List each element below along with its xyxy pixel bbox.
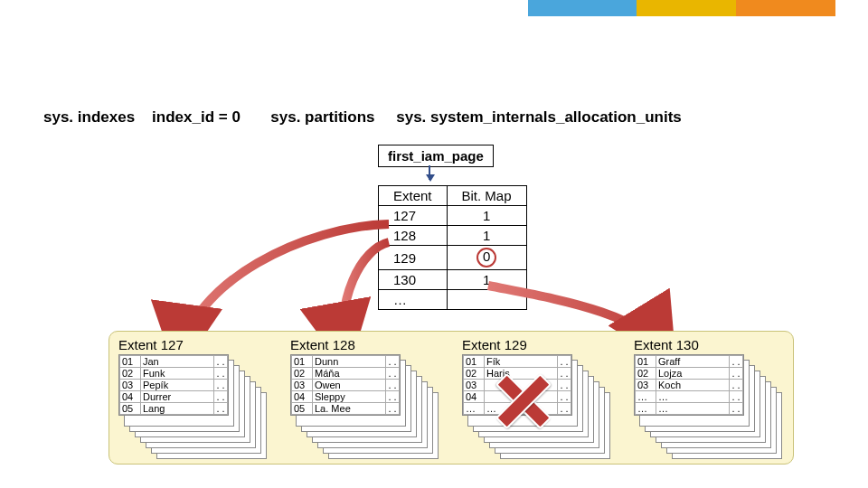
page-cell: . . (214, 368, 228, 380)
page-cell: 03 (120, 380, 141, 391)
page-cell: 02 (464, 368, 485, 380)
page-cell: . . (214, 356, 228, 368)
page-sheet-front: 01Graff. .02Lojza. .03Koch. .……. .……. . (634, 354, 744, 416)
extent-label: Extent 130 (634, 337, 778, 352)
page-cell: . . (386, 356, 400, 368)
page-cell: Fík (485, 356, 558, 368)
page-cell: … (636, 403, 656, 415)
page-cell: … (464, 403, 485, 415)
page-cell: . . (214, 403, 228, 415)
extent-group-130: Extent 13001Graff. .02Lojza. .03Koch. .…… (634, 337, 778, 454)
iam-arrow-down-icon (429, 165, 430, 180)
page-cell: 03 (636, 380, 656, 391)
iam-bit-cell: 1 (447, 226, 526, 246)
heading-row: sys. indexes index_id = 0 sys. partition… (43, 108, 682, 127)
page-cell: . . (730, 403, 743, 415)
page-cell: 01 (464, 356, 485, 368)
page-cell: Koch (656, 380, 730, 391)
page-sheet-front: 01Fík. .02Haris. .03. .04. .……. . (462, 354, 572, 416)
page-cell: 01 (120, 356, 141, 368)
page-cell: . . (730, 356, 743, 368)
page-cell: . . (386, 403, 400, 415)
first-iam-page-label: first_iam_page (388, 148, 484, 164)
iam-bit-cell: 0 (447, 246, 526, 270)
iam-extent-cell: 130 (379, 270, 448, 290)
page-cell: . . (730, 391, 743, 403)
page-cell: Owen (313, 380, 386, 391)
iam-table: Extent Bit. Map 1271128112901301 … (378, 185, 527, 310)
page-cell: . . (214, 391, 228, 403)
iam-bit-cell: 1 (447, 206, 526, 226)
page-cell: 04 (120, 391, 141, 403)
page-cell: 02 (292, 368, 313, 380)
page-cell: . . (558, 368, 571, 380)
page-cell: . . (730, 380, 743, 391)
page-cell (485, 391, 558, 403)
page-sheet-front: 01Dunn. .02Máňa. .03Owen. .04Sleppy. .05… (290, 354, 401, 416)
extent-panel: Extent 12701Jan. .02Funk. .03Pepík. .04D… (108, 331, 794, 465)
extent-label: Extent 127 (118, 337, 263, 352)
page-cell: Lang (141, 403, 214, 415)
page-cell: 05 (292, 403, 313, 415)
extent-group-128: Extent 12801Dunn. .02Máňa. .03Owen. .04S… (290, 337, 435, 454)
page-cell: 04 (292, 391, 313, 403)
txt-index-id: index_id = 0 (152, 108, 241, 126)
txt-sys-alloc: sys. system_internals_allocation_units (396, 108, 682, 126)
circled-zero-icon: 0 (476, 248, 496, 267)
page-cell: 01 (636, 356, 656, 368)
page-cell: … (485, 403, 558, 415)
txt-sys-indexes: sys. indexes (43, 108, 135, 126)
extent-label: Extent 129 (462, 337, 607, 352)
page-cell: Jan (141, 356, 214, 368)
extent-label: Extent 128 (290, 337, 435, 352)
page-stack: 01Dunn. .02Máňa. .03Owen. .04Sleppy. .05… (290, 354, 435, 454)
page-cell: 02 (120, 368, 141, 380)
extent-group-127: Extent 12701Jan. .02Funk. .03Pepík. .04D… (118, 337, 263, 454)
first-iam-page-box: first_iam_page (378, 145, 494, 167)
iam-ellipsis: … (379, 290, 448, 310)
page-cell: 03 (464, 380, 485, 391)
page-stack: 01Jan. .02Funk. .03Pepík. .04Durrer. .05… (118, 354, 263, 454)
page-cell: Funk (141, 368, 214, 380)
page-cell (485, 380, 558, 391)
page-cell: Lojza (656, 368, 730, 380)
page-cell: Dunn (313, 356, 386, 368)
txt-sys-partitions: sys. partitions (270, 108, 374, 126)
iam-extent-cell: 128 (379, 226, 448, 246)
page-cell: Sleppy (313, 391, 386, 403)
page-cell: . . (558, 403, 571, 415)
page-cell: Graff (656, 356, 730, 368)
page-cell: . . (730, 368, 743, 380)
page-cell: . . (558, 380, 571, 391)
page-cell: … (656, 391, 730, 403)
page-stack: 01Graff. .02Lojza. .03Koch. .……. .……. . (634, 354, 778, 454)
page-cell: . . (386, 391, 400, 403)
page-stack: 01Fík. .02Haris. .03. .04. .……. . (462, 354, 607, 454)
page-sheet-front: 01Jan. .02Funk. .03Pepík. .04Durrer. .05… (118, 354, 229, 416)
page-cell: 01 (292, 356, 313, 368)
page-cell: . . (214, 380, 228, 391)
top-accent-bars (492, 0, 868, 16)
iam-col-extent: Extent (379, 186, 448, 206)
page-cell: 04 (464, 391, 485, 403)
page-cell: Durrer (141, 391, 214, 403)
page-cell: 03 (292, 380, 313, 391)
iam-extent-cell: 129 (379, 246, 448, 270)
page-cell: . . (558, 391, 571, 403)
page-cell: 02 (636, 368, 656, 380)
page-cell: … (656, 403, 730, 415)
page-cell: . . (558, 356, 571, 368)
page-cell: La. Mee (313, 403, 386, 415)
iam-bit-cell: 1 (447, 270, 526, 290)
page-cell: Haris (485, 368, 558, 380)
page-cell: Máňa (313, 368, 386, 380)
page-cell: . . (386, 380, 400, 391)
page-cell: 05 (120, 403, 141, 415)
iam-col-bitmap: Bit. Map (447, 186, 526, 206)
page-cell: Pepík (141, 380, 214, 391)
page-cell: … (636, 391, 656, 403)
page-cell: . . (386, 368, 400, 380)
extent-group-129: Extent 12901Fík. .02Haris. .03. .04. .……… (462, 337, 607, 454)
iam-extent-cell: 127 (379, 206, 448, 226)
